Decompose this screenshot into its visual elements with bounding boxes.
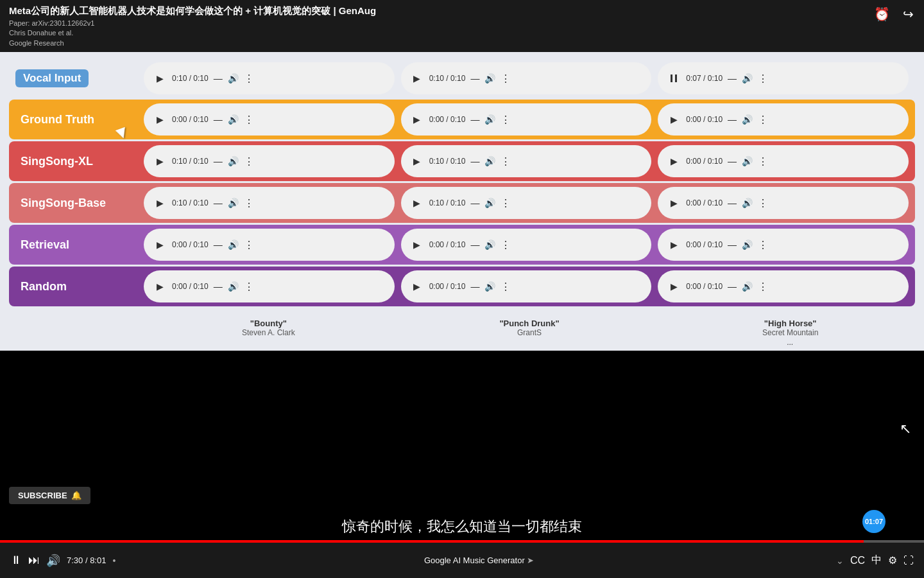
play-button[interactable]: ▶ bbox=[410, 71, 424, 85]
dash-icon: — bbox=[214, 281, 223, 292]
play-button[interactable]: ▶ bbox=[410, 196, 424, 210]
play-button[interactable]: ▶ bbox=[153, 196, 167, 210]
dash-icon: — bbox=[728, 156, 737, 166]
play-button[interactable]: ▶ bbox=[667, 196, 681, 210]
fullscreen-icon[interactable]: ⛶ bbox=[903, 555, 914, 566]
pause-button[interactable] bbox=[667, 71, 681, 85]
more-icon[interactable]: ⋮ bbox=[244, 197, 254, 209]
vocal-input-label: Vocal Input bbox=[15, 69, 89, 87]
volume-icon[interactable]: 🔊 bbox=[484, 198, 495, 208]
volume-icon[interactable]: 🔊 bbox=[742, 73, 753, 83]
subscribe-button[interactable]: SUBSCRIBE 🔔 bbox=[9, 487, 90, 504]
song-label-2: "Punch Drunk" GrantS bbox=[402, 319, 657, 347]
more-icon[interactable]: ⋮ bbox=[501, 114, 511, 126]
more-icon[interactable]: ⋮ bbox=[758, 239, 768, 251]
dash-icon: — bbox=[470, 73, 479, 83]
random-player-1: ▶0:00 / 0:10—🔊⋮ bbox=[144, 270, 395, 302]
more-icon[interactable]: ⋮ bbox=[501, 155, 511, 168]
time-display: 0:00 / 0:10 bbox=[686, 157, 723, 166]
time-display: 0:00 / 0:10 bbox=[686, 282, 723, 291]
retrieval-row: Retrieval▶0:00 / 0:10—🔊⋮▶0:00 / 0:10—🔊⋮▶… bbox=[9, 225, 915, 265]
dash-icon: — bbox=[470, 156, 479, 166]
singsong-base-player-1: ▶0:10 / 0:10—🔊⋮ bbox=[144, 187, 395, 219]
more-icon[interactable]: ⋮ bbox=[758, 281, 768, 293]
volume-icon[interactable]: 🔊 bbox=[228, 240, 239, 250]
dash-icon: — bbox=[728, 73, 737, 83]
play-button[interactable]: ▶ bbox=[153, 154, 167, 168]
right-cursor: ↖ bbox=[900, 421, 911, 437]
play-button[interactable]: ▶ bbox=[410, 112, 424, 127]
more-icon[interactable]: ⋮ bbox=[501, 73, 511, 85]
settings-icon[interactable]: ⚙ bbox=[888, 554, 897, 566]
more-icon[interactable]: ⋮ bbox=[244, 239, 254, 251]
play-button[interactable]: ▶ bbox=[667, 279, 681, 293]
volume-icon[interactable]: 🔊 bbox=[228, 281, 239, 292]
volume-icon[interactable]: 🔊 bbox=[228, 114, 239, 125]
more-icon[interactable]: ⋮ bbox=[501, 281, 511, 293]
song-labels: "Bounty" Steven A. Clark "Punch Drunk" G… bbox=[0, 315, 924, 351]
more-icon[interactable]: ⋮ bbox=[244, 281, 254, 293]
volume-icon[interactable]: 🔊 bbox=[742, 156, 753, 166]
separator: • bbox=[112, 556, 116, 566]
time-display: 0:00 / 0:10 bbox=[686, 240, 723, 249]
main-content: Vocal Input ▶ 0:10 / 0:10 — 🔊 ⋮ ▶ 0:10 /… bbox=[0, 52, 924, 315]
volume-icon[interactable]: 🔊 bbox=[484, 73, 495, 83]
more-icon[interactable]: ⋮ bbox=[758, 73, 768, 85]
subtitles-icon[interactable]: 中 bbox=[871, 554, 882, 567]
volume-icon[interactable]: 🔊 bbox=[742, 198, 753, 208]
more-icon[interactable]: ⋮ bbox=[501, 239, 511, 251]
volume-icon[interactable]: 🔊 bbox=[228, 156, 239, 166]
paper-info: Paper: arXiv:2301.12662v1 Chris Donahue … bbox=[9, 19, 376, 48]
random-label: Random bbox=[15, 280, 144, 293]
more-icon[interactable]: ⋮ bbox=[758, 155, 768, 168]
dash-icon: — bbox=[728, 240, 737, 250]
time-display: 0:00 / 0:10 bbox=[686, 198, 723, 207]
dropdown-arrow[interactable]: ⌄ bbox=[836, 556, 844, 566]
time-display: 0:10 / 0:10 bbox=[429, 198, 466, 207]
volume-icon[interactable]: 🔊 bbox=[742, 114, 753, 125]
volume-icon[interactable]: 🔊 bbox=[484, 240, 495, 250]
time-display: 0:00 / 0:10 bbox=[172, 282, 209, 291]
play-button[interactable]: ▶ bbox=[667, 112, 681, 127]
time-display: 0:00 / 0:10 bbox=[172, 240, 209, 249]
ground-truth-row: Ground Truth▶0:00 / 0:10—🔊⋮▶0:00 / 0:10—… bbox=[9, 100, 915, 139]
play-button[interactable]: ▶ bbox=[667, 154, 681, 168]
subtitle-bar: 惊奇的时候，我怎么知道当一切都结束 bbox=[0, 511, 924, 543]
dash-icon: — bbox=[470, 281, 479, 292]
more-icon[interactable]: ⋮ bbox=[501, 197, 511, 209]
volume-icon[interactable]: 🔊 bbox=[742, 240, 753, 250]
random-player-3: ▶0:00 / 0:10—🔊⋮ bbox=[658, 270, 909, 302]
volume-icon[interactable]: 🔊 bbox=[228, 198, 239, 208]
next-button[interactable]: ⏭ bbox=[28, 554, 40, 567]
more-icon[interactable]: ⋮ bbox=[244, 114, 254, 126]
volume-icon[interactable]: 🔊 bbox=[484, 281, 495, 292]
play-button[interactable]: ▶ bbox=[153, 71, 167, 85]
play-button[interactable]: ▶ bbox=[153, 112, 167, 127]
controls-bar: ⏸ ⏭ 🔊 7:30 / 8:01 • Google AI Music Gene… bbox=[0, 543, 924, 578]
captions-icon[interactable]: CC bbox=[850, 555, 865, 566]
more-icon[interactable]: ⋮ bbox=[758, 197, 768, 209]
volume-icon[interactable]: 🔊 bbox=[484, 114, 495, 125]
singsong-xl-label: SingSong-XL bbox=[15, 155, 144, 168]
play-button[interactable]: ▶ bbox=[410, 154, 424, 168]
volume-icon[interactable]: 🔊 bbox=[484, 156, 495, 166]
volume-icon[interactable]: 🔊 bbox=[228, 73, 239, 83]
dash-icon: — bbox=[214, 198, 223, 208]
clock-icon[interactable]: ⏰ bbox=[874, 6, 890, 22]
play-button[interactable]: ▶ bbox=[667, 238, 681, 252]
more-icon[interactable]: ⋮ bbox=[758, 114, 768, 126]
song-label-1: "Bounty" Steven A. Clark bbox=[141, 319, 396, 347]
dash-icon: — bbox=[214, 73, 223, 83]
play-button[interactable]: ▶ bbox=[153, 279, 167, 293]
play-button[interactable]: ▶ bbox=[410, 279, 424, 293]
singsong-xl-player-2: ▶0:10 / 0:10—🔊⋮ bbox=[401, 145, 652, 177]
volume-button[interactable]: 🔊 bbox=[46, 554, 60, 568]
volume-icon[interactable]: 🔊 bbox=[742, 281, 753, 292]
time-display: 0:10 / 0:10 bbox=[429, 157, 466, 166]
play-button[interactable]: ▶ bbox=[410, 238, 424, 252]
share-icon[interactable]: ↪ bbox=[903, 6, 914, 22]
play-button[interactable]: ▶ bbox=[153, 238, 167, 252]
more-icon[interactable]: ⋮ bbox=[244, 155, 254, 168]
more-icon[interactable]: ⋮ bbox=[244, 73, 254, 85]
pause-button-main[interactable]: ⏸ bbox=[10, 554, 22, 567]
